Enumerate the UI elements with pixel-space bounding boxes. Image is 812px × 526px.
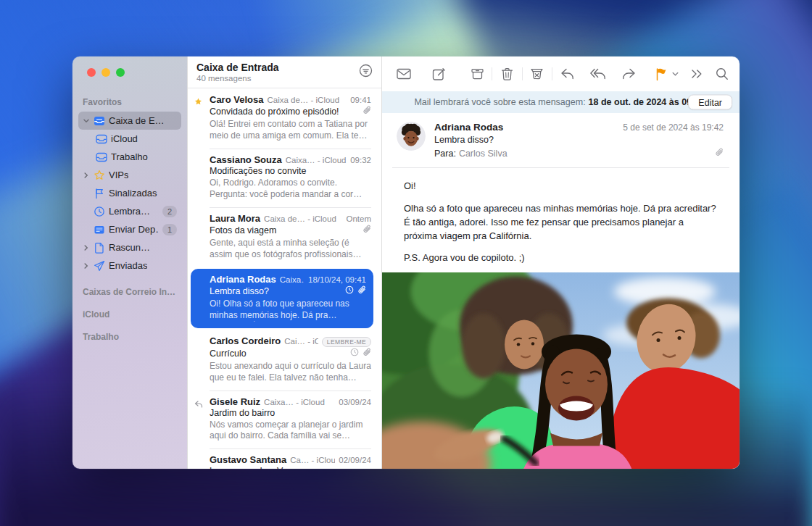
paperclip-icon xyxy=(362,106,371,117)
mailbox-title: Caixa de Entrada xyxy=(196,62,373,73)
flag-icon xyxy=(94,188,105,199)
attachment-photo[interactable] xyxy=(382,272,740,469)
reminder-clock-icon xyxy=(350,348,359,359)
message-row[interactable]: Caro VelosaCaixa de… - iCloud09:41 Convi… xyxy=(188,88,381,149)
sidebar-item-label: Enviar Dep… xyxy=(109,224,159,235)
paperclip-icon xyxy=(357,285,366,297)
subject: Jardim do bairro xyxy=(210,408,275,418)
inbox-icon xyxy=(96,151,107,163)
archive-icon[interactable] xyxy=(470,66,484,82)
minimize-button[interactable] xyxy=(102,68,110,77)
mailbox: Caixa… xyxy=(280,275,304,284)
mail-window: Favoritos Caixa de E… iCloud Trabalho VI… xyxy=(72,57,740,469)
preview: Nós vamos começar a planejar o jardim aq… xyxy=(210,419,371,443)
sidebar-item-reminders[interactable]: Lembra… 2 xyxy=(78,202,181,220)
sidebar-item-label: Lembra… xyxy=(109,206,150,217)
compose-icon[interactable] xyxy=(431,66,446,82)
sender: Carlos Cordeiro xyxy=(210,335,281,346)
chevron-down-icon[interactable] xyxy=(83,119,90,123)
chevron-right-icon[interactable] xyxy=(83,172,90,178)
mailbox: Ca… - iCloud xyxy=(290,456,335,464)
message-row-selected[interactable]: Adriana RodasCaixa…18/10/24, 09:41 Lembr… xyxy=(191,269,373,328)
message-body: Oi! Olha só a foto que apareceu nas minh… xyxy=(382,168,740,272)
sidebar-item-icloud-inbox[interactable]: iCloud xyxy=(91,130,181,148)
message-row[interactable]: Carlos CordeiroCai… - iCl…LEMBRE-ME Curr… xyxy=(188,330,381,391)
sidebar-item-inbox[interactable]: Caixa de E… xyxy=(78,112,181,130)
section-icloud[interactable]: iCloud xyxy=(83,309,177,320)
document-icon xyxy=(94,242,105,254)
chevron-right-icon[interactable] xyxy=(83,245,90,251)
message-row[interactable]: Gustavo SantanaCa… - iCloud02/09/24 Luga… xyxy=(188,448,381,469)
sender: Laura Mora xyxy=(210,213,260,224)
mailbox: Caixa de… - iCloud xyxy=(264,214,342,223)
more-toolbar-items-icon[interactable] xyxy=(689,66,704,82)
message-count: 40 mensagens xyxy=(196,74,373,83)
sidebar-item-send-later[interactable]: Enviar Dep… 1 xyxy=(78,220,181,238)
paperclip-icon xyxy=(362,348,371,359)
paperclip-icon xyxy=(362,225,371,236)
inbox-filled-icon xyxy=(94,115,105,127)
message-rows: Caro VelosaCaixa de… - iCloud09:41 Convi… xyxy=(188,88,381,469)
mailbox: Cai… - iCl… xyxy=(284,337,318,346)
sidebar-item-label: Enviadas xyxy=(109,260,147,271)
subject: Fotos da viagem xyxy=(210,225,276,235)
to-label: Para: xyxy=(434,149,456,159)
unread-count-badge: 1 xyxy=(162,224,177,235)
edit-reminder-button[interactable]: Editar xyxy=(688,95,732,110)
message-row[interactable]: Cassiano SouzaCaixa… - iCloud09:32 Modif… xyxy=(188,149,381,207)
flag-icon[interactable] xyxy=(654,66,668,82)
star-icon xyxy=(94,170,105,181)
recipient[interactable]: Carlos Silva xyxy=(459,149,508,159)
sidebar-item-work-inbox[interactable]: Trabalho xyxy=(91,148,181,166)
forward-icon[interactable] xyxy=(621,66,636,82)
mailbox: Caixa… - iCloud xyxy=(286,156,347,164)
preview: Gente, aqui está a minha seleção (é assi… xyxy=(210,238,371,261)
section-smart-mailboxes[interactable]: Caixas de Correio In… xyxy=(83,287,177,297)
traffic-lights xyxy=(87,68,187,77)
section-work[interactable]: Trabalho xyxy=(83,332,177,342)
close-button[interactable] xyxy=(87,68,96,77)
zoom-button[interactable] xyxy=(116,68,125,77)
date: 18/10/24, 09:41 xyxy=(308,275,366,284)
message-list-header: Caixa de Entrada 40 mensagens xyxy=(188,57,381,88)
flag-chevron-icon[interactable] xyxy=(671,66,679,82)
send-later-icon xyxy=(94,224,105,235)
date: 02/09/24 xyxy=(339,456,371,464)
body-paragraph: Oi! xyxy=(404,180,718,193)
junk-icon[interactable] xyxy=(529,66,544,82)
star-icon xyxy=(194,96,202,109)
filter-icon[interactable] xyxy=(359,64,373,80)
reply-icon[interactable] xyxy=(560,66,574,82)
subject: Convidada do próximo episódio! xyxy=(210,107,339,117)
date: Ontem xyxy=(346,214,371,223)
subject: Currículo xyxy=(210,348,246,359)
trash-icon[interactable] xyxy=(500,66,514,82)
sidebar-item-label: VIPs xyxy=(109,170,128,180)
date: 03/09/24 xyxy=(339,398,371,406)
sender: Adriana Rodas xyxy=(210,274,276,285)
mailbox: Caixa… - iCloud xyxy=(264,398,335,406)
message-header: Adriana Rodas 5 de set de 2024 às 19:42 … xyxy=(382,113,740,167)
message-row[interactable]: Laura MoraCaixa de… - iCloudOntem Fotos … xyxy=(188,207,381,267)
sidebar-item-vips[interactable]: VIPs xyxy=(78,166,181,184)
search-icon[interactable] xyxy=(715,66,729,82)
message-row[interactable]: Gisele RuizCaixa… - iCloud03/09/24 Jardi… xyxy=(188,391,381,449)
body-paragraph: Olha só a foto que apareceu nas minhas m… xyxy=(404,202,718,243)
message-detail-pane: Mail lembrará você sobre esta mensagem: … xyxy=(382,57,740,469)
sender-avatar[interactable] xyxy=(397,122,426,151)
sidebar-item-flagged[interactable]: Sinalizadas xyxy=(78,184,181,202)
reply-all-icon[interactable] xyxy=(590,66,605,82)
sidebar-item-label: Sinalizadas xyxy=(109,188,157,199)
preview: Oi! Olha só a foto que apareceu nas minh… xyxy=(210,299,366,322)
date: 09:32 xyxy=(350,156,371,164)
clock-icon xyxy=(94,206,105,217)
subject: Modificações no convite xyxy=(210,166,306,176)
preview: Estou anexando aqui o currículo da Laura… xyxy=(210,361,371,384)
message-sender: Adriana Rodas xyxy=(434,122,503,133)
sidebar-item-sent[interactable]: Enviadas xyxy=(78,256,181,275)
chevron-right-icon[interactable] xyxy=(83,263,90,269)
sidebar-item-drafts[interactable]: Rascun… xyxy=(78,238,181,256)
attachment-paperclip-icon[interactable] xyxy=(715,147,724,160)
reminder-banner-text: Mail lembrará você sobre esta mensagem: xyxy=(414,97,585,107)
unread-envelope-icon[interactable] xyxy=(397,66,411,82)
